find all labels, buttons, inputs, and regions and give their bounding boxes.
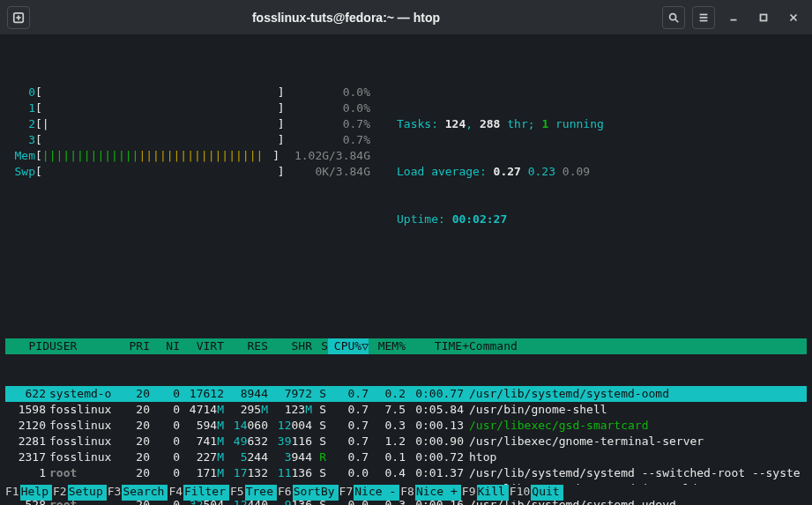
cell-time: 0:00.72 [406,449,469,465]
meter-bar: [] [35,100,282,116]
fkey: F1 [4,485,20,501]
table-row[interactable]: 2317fosslinux200227M52443944R0.70.10:00.… [5,449,807,465]
cell-pid: 622 [5,386,49,402]
footer-filter[interactable]: F4Filter [168,485,229,501]
meter-row: 2[|]0.7% [5,116,370,132]
new-tab-button[interactable] [7,6,30,29]
cell-pri: 20 [120,434,150,449]
footer-kill[interactable]: F9Kill [461,485,509,501]
cell-mem: 0.1 [369,449,406,465]
cell-mem: 1.2 [369,434,406,449]
col-pid[interactable]: PID [5,338,49,354]
fkey: F9 [461,485,477,501]
cell-command: /usr/lib/systemd/systemd --switched-root… [469,465,807,481]
search-button[interactable] [662,6,685,29]
footer-help[interactable]: F1Help [4,485,52,501]
cell-mem: 7.5 [369,402,406,418]
table-row[interactable]: 2120fosslinux200594M1406012004S0.70.30:0… [5,418,807,434]
tasks-label: Tasks: [397,117,445,130]
cell-time: 0:01.37 [406,465,469,481]
cell-ni: 0 [150,434,180,449]
footer-quit[interactable]: F10Quit [509,485,563,501]
cell-cpu: 0.7 [328,418,369,434]
col-cpu[interactable]: CPU%▽ [328,338,369,354]
table-row[interactable]: 622systemd-o2001761289447972S0.70.20:00.… [5,386,807,402]
meter-bar: [||||||||||||||||||||||||||||||||] [35,148,282,164]
plus-tab-icon [12,11,25,24]
cell-shr: 11136 [268,465,312,481]
meter-row: 3[]0.7% [5,132,370,148]
cell-virt: 227M [180,449,224,465]
cell-shr: 39116 [268,434,312,449]
footer-search[interactable]: F3Search [107,485,168,501]
cell-user: fosslinux [49,402,120,418]
cell-command: /usr/libexec/gsd-smartcard [469,418,807,434]
cell-status: R [312,449,328,465]
col-virt[interactable]: VIRT [180,338,224,354]
cell-mem: 0.4 [369,465,406,481]
cell-cpu: 0.7 [328,449,369,465]
cell-res: 8944 [224,386,268,402]
cell-command: /usr/libexec/gnome-terminal-server [469,434,807,449]
col-shr[interactable]: SHR [268,338,312,354]
col-pri[interactable]: PRI [120,338,150,354]
cell-mem: 0.2 [369,386,406,402]
cell-pid: 2120 [5,418,49,434]
cell-user: systemd-o [49,386,120,402]
fkey: F4 [168,485,183,501]
la3: 0.09 [562,165,590,178]
meter-bar: [|] [35,116,282,132]
cell-cpu: 0.7 [328,402,369,418]
meter-value: 0.0% [282,85,370,100]
fkey: F2 [52,485,68,501]
flabel: Search [122,485,168,501]
menu-button[interactable] [692,6,715,29]
col-ni[interactable]: NI [150,338,180,354]
cell-ni: 0 [150,418,180,434]
search-icon [667,11,680,24]
cell-pri: 20 [120,465,150,481]
col-mem[interactable]: MEM% [369,338,406,354]
cell-res: 5244 [224,449,268,465]
cell-user: fosslinux [49,418,120,434]
col-s[interactable]: S [312,338,328,354]
svg-line-4 [675,19,679,22]
table-row[interactable]: 1root200171M1713211136S0.00.40:01.37/usr… [5,465,807,481]
cell-res: 49632 [224,434,268,449]
threads-count: 288 [480,117,500,130]
maximize-button[interactable] [752,6,775,29]
footer-nice[interactable]: F7Nice - [339,485,400,501]
cell-cpu: 0.7 [328,434,369,449]
la1: 0.27 [494,165,521,178]
system-info: Tasks: 124, 288 thr; 1 running Load aver… [397,85,604,259]
table-row[interactable]: 2281fosslinux200741M4963239116S0.71.20:0… [5,434,807,449]
titlebar: fosslinux-tuts@fedora:~ — htop [0,0,812,35]
terminal[interactable]: 0[]0.0%1[]0.0%2[|]0.7%3[]0.7%Mem[|||||||… [0,35,812,505]
col-res[interactable]: RES [224,338,268,354]
cell-pid: 1 [5,465,49,481]
col-user[interactable]: USER [49,338,120,354]
footer-nice[interactable]: F8Nice + [399,485,461,501]
meter-value: 0.7% [282,132,370,148]
cell-virt: 4714M [180,402,224,418]
fkey: F8 [399,485,415,501]
cell-command: htop [469,449,807,465]
minimize-button[interactable] [722,6,745,29]
footer-setup[interactable]: F2Setup [52,485,107,501]
cell-pid: 2281 [5,434,49,449]
col-cmd[interactable]: Command [469,338,807,354]
meter-label: 0 [5,85,35,100]
footer-tree[interactable]: F5Tree [229,485,277,501]
process-header[interactable]: PID USER PRI NI VIRT RES SHR S CPU%▽ MEM… [5,338,807,354]
cell-pri: 20 [120,418,150,434]
close-button[interactable] [782,6,805,29]
table-row[interactable]: 1598fosslinux2004714M295M123MS0.77.50:05… [5,402,807,418]
meter-label: 1 [5,100,35,116]
footer-sortby[interactable]: F6SortBy [277,485,339,501]
maximize-icon [757,11,770,24]
fkey: F7 [339,485,354,501]
cell-pri: 20 [120,449,150,465]
flabel: Kill [477,485,509,501]
col-time[interactable]: TIME+ [406,338,469,354]
cell-virt: 171M [180,465,224,481]
